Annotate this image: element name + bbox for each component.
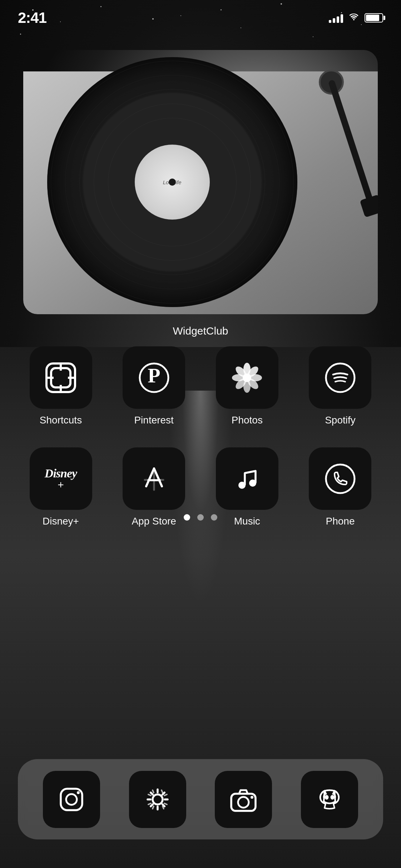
svg-point-30 xyxy=(325,795,328,799)
camera-svg xyxy=(228,784,259,815)
dock-item-instagram[interactable] xyxy=(43,771,100,828)
vinyl-widget-bg: Low-life xyxy=(23,50,378,314)
svg-point-22 xyxy=(326,465,355,493)
phone-icon[interactable] xyxy=(309,447,371,510)
disney-text: Disney xyxy=(45,467,77,480)
app-item-spotify[interactable]: Spotify xyxy=(303,346,378,426)
camera-icon[interactable] xyxy=(215,771,272,828)
dock-item-discord[interactable] xyxy=(301,771,358,828)
pinterest-svg: P xyxy=(138,362,170,393)
music-svg xyxy=(231,463,263,495)
svg-point-28 xyxy=(238,797,249,808)
app-item-music[interactable]: Music xyxy=(209,447,284,527)
svg-point-24 xyxy=(66,794,77,805)
app-row-1: Shortcuts P Pinterest xyxy=(23,346,378,426)
spotify-label: Spotify xyxy=(325,415,356,426)
svg-text:P: P xyxy=(148,364,160,387)
disney-plus-container: + xyxy=(58,480,64,490)
instagram-icon[interactable] xyxy=(43,771,100,828)
svg-point-16 xyxy=(243,373,251,382)
svg-rect-1 xyxy=(51,368,70,387)
signal-strength-icon xyxy=(329,13,343,23)
music-icon[interactable] xyxy=(216,447,278,510)
phone-svg xyxy=(325,463,356,495)
svg-point-29 xyxy=(251,796,253,799)
phone-label: Phone xyxy=(326,516,355,527)
shortcuts-label: Shortcuts xyxy=(40,415,82,426)
svg-point-25 xyxy=(77,791,80,794)
shortcuts-icon[interactable] xyxy=(30,346,92,409)
settings-icon[interactable] xyxy=(129,771,186,828)
appstore-svg xyxy=(138,463,170,495)
svg-point-20 xyxy=(238,482,246,489)
vinyl-label: Low-life xyxy=(135,145,210,220)
discord-icon[interactable] xyxy=(301,771,358,828)
app-item-disney[interactable]: Disney + Disney+ xyxy=(23,447,98,527)
appstore-label: App Store xyxy=(132,516,176,527)
photos-icon[interactable] xyxy=(216,346,278,409)
app-item-pinterest[interactable]: P Pinterest xyxy=(117,346,192,426)
pinterest-icon[interactable]: P xyxy=(123,346,185,409)
page-dots xyxy=(184,514,217,521)
page-dot-1[interactable] xyxy=(184,514,190,521)
dock-item-camera[interactable] xyxy=(215,771,272,828)
svg-point-26 xyxy=(153,794,163,804)
appstore-icon[interactable] xyxy=(123,447,185,510)
music-label: Music xyxy=(234,516,260,527)
app-item-shortcuts[interactable]: Shortcuts xyxy=(23,346,98,426)
shortcuts-svg xyxy=(45,362,77,394)
discord-svg xyxy=(314,784,345,815)
disney-icon[interactable]: Disney + xyxy=(30,447,92,510)
photos-label: Photos xyxy=(232,415,263,426)
battery-icon xyxy=(365,13,383,22)
spotify-icon[interactable] xyxy=(309,346,371,409)
svg-point-21 xyxy=(249,480,256,487)
disney-label: Disney+ xyxy=(43,516,79,527)
dock-item-settings[interactable] xyxy=(129,771,186,828)
settings-svg xyxy=(142,784,173,815)
status-time: 2:41 xyxy=(18,9,46,26)
app-item-photos[interactable]: Photos xyxy=(209,346,284,426)
widgetclub-label: WidgetClub xyxy=(173,325,228,337)
page-dot-2[interactable] xyxy=(197,514,204,521)
vinyl-record: Low-life xyxy=(47,57,297,307)
wifi-icon xyxy=(348,12,360,24)
page-dot-3[interactable] xyxy=(211,514,217,521)
app-item-appstore[interactable]: App Store xyxy=(117,447,192,527)
spotify-svg xyxy=(325,362,356,393)
disney-content: Disney + xyxy=(45,467,77,490)
pinterest-label: Pinterest xyxy=(134,415,174,426)
svg-point-31 xyxy=(330,795,334,799)
vinyl-widget[interactable]: Low-life xyxy=(23,50,378,314)
instagram-svg xyxy=(56,784,87,815)
status-icons xyxy=(329,12,383,24)
disney-plus-sign: + xyxy=(58,480,64,490)
photos-svg xyxy=(231,362,263,393)
app-item-phone[interactable]: Phone xyxy=(303,447,378,527)
dock xyxy=(18,759,383,839)
status-bar: 2:41 xyxy=(0,0,401,29)
